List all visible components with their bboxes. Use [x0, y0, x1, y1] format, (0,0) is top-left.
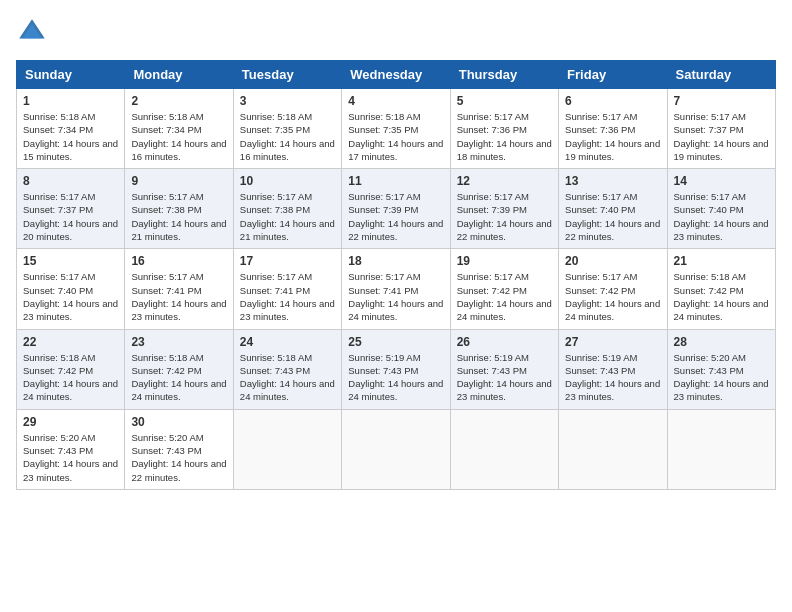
day-number: 23 [131, 335, 226, 349]
calendar-day-cell: 10 Sunrise: 5:17 AMSunset: 7:38 PMDaylig… [233, 169, 341, 249]
calendar-day-cell: 24 Sunrise: 5:18 AMSunset: 7:43 PMDaylig… [233, 329, 341, 409]
day-info: Sunrise: 5:17 AMSunset: 7:40 PMDaylight:… [674, 190, 769, 243]
day-info: Sunrise: 5:18 AMSunset: 7:42 PMDaylight:… [131, 351, 226, 404]
day-info: Sunrise: 5:18 AMSunset: 7:35 PMDaylight:… [240, 110, 335, 163]
calendar-day-cell [450, 409, 558, 489]
day-number: 16 [131, 254, 226, 268]
day-info: Sunrise: 5:19 AMSunset: 7:43 PMDaylight:… [348, 351, 443, 404]
day-info: Sunrise: 5:17 AMSunset: 7:40 PMDaylight:… [23, 270, 118, 323]
day-info: Sunrise: 5:17 AMSunset: 7:36 PMDaylight:… [457, 110, 552, 163]
day-number: 1 [23, 94, 118, 108]
calendar-day-cell: 17 Sunrise: 5:17 AMSunset: 7:41 PMDaylig… [233, 249, 341, 329]
day-number: 9 [131, 174, 226, 188]
day-number: 29 [23, 415, 118, 429]
day-info: Sunrise: 5:19 AMSunset: 7:43 PMDaylight:… [565, 351, 660, 404]
day-info: Sunrise: 5:17 AMSunset: 7:38 PMDaylight:… [131, 190, 226, 243]
day-number: 8 [23, 174, 118, 188]
page-header [16, 16, 776, 48]
day-number: 2 [131, 94, 226, 108]
day-number: 17 [240, 254, 335, 268]
calendar-day-cell: 21 Sunrise: 5:18 AMSunset: 7:42 PMDaylig… [667, 249, 775, 329]
calendar-day-cell: 4 Sunrise: 5:18 AMSunset: 7:35 PMDayligh… [342, 89, 450, 169]
calendar-day-cell: 11 Sunrise: 5:17 AMSunset: 7:39 PMDaylig… [342, 169, 450, 249]
day-info: Sunrise: 5:18 AMSunset: 7:42 PMDaylight:… [674, 270, 769, 323]
day-number: 12 [457, 174, 552, 188]
day-number: 5 [457, 94, 552, 108]
calendar-day-cell: 8 Sunrise: 5:17 AMSunset: 7:37 PMDayligh… [17, 169, 125, 249]
day-info: Sunrise: 5:17 AMSunset: 7:39 PMDaylight:… [348, 190, 443, 243]
day-number: 27 [565, 335, 660, 349]
day-number: 4 [348, 94, 443, 108]
calendar-day-cell: 7 Sunrise: 5:17 AMSunset: 7:37 PMDayligh… [667, 89, 775, 169]
day-info: Sunrise: 5:17 AMSunset: 7:39 PMDaylight:… [457, 190, 552, 243]
calendar-day-header: Friday [559, 61, 667, 89]
calendar-day-cell [342, 409, 450, 489]
day-number: 28 [674, 335, 769, 349]
day-number: 7 [674, 94, 769, 108]
day-info: Sunrise: 5:17 AMSunset: 7:41 PMDaylight:… [348, 270, 443, 323]
day-info: Sunrise: 5:17 AMSunset: 7:40 PMDaylight:… [565, 190, 660, 243]
day-info: Sunrise: 5:19 AMSunset: 7:43 PMDaylight:… [457, 351, 552, 404]
day-number: 18 [348, 254, 443, 268]
day-info: Sunrise: 5:17 AMSunset: 7:38 PMDaylight:… [240, 190, 335, 243]
day-number: 15 [23, 254, 118, 268]
day-info: Sunrise: 5:17 AMSunset: 7:37 PMDaylight:… [674, 110, 769, 163]
day-number: 26 [457, 335, 552, 349]
day-info: Sunrise: 5:18 AMSunset: 7:34 PMDaylight:… [23, 110, 118, 163]
calendar-day-cell: 28 Sunrise: 5:20 AMSunset: 7:43 PMDaylig… [667, 329, 775, 409]
calendar-day-cell: 2 Sunrise: 5:18 AMSunset: 7:34 PMDayligh… [125, 89, 233, 169]
calendar-day-header: Thursday [450, 61, 558, 89]
calendar-day-cell: 23 Sunrise: 5:18 AMSunset: 7:42 PMDaylig… [125, 329, 233, 409]
day-number: 22 [23, 335, 118, 349]
calendar-day-cell: 26 Sunrise: 5:19 AMSunset: 7:43 PMDaylig… [450, 329, 558, 409]
day-number: 10 [240, 174, 335, 188]
calendar-day-cell [559, 409, 667, 489]
calendar-day-cell: 12 Sunrise: 5:17 AMSunset: 7:39 PMDaylig… [450, 169, 558, 249]
day-info: Sunrise: 5:20 AMSunset: 7:43 PMDaylight:… [674, 351, 769, 404]
day-number: 24 [240, 335, 335, 349]
calendar-week-row: 29 Sunrise: 5:20 AMSunset: 7:43 PMDaylig… [17, 409, 776, 489]
day-info: Sunrise: 5:18 AMSunset: 7:43 PMDaylight:… [240, 351, 335, 404]
logo-icon [16, 16, 48, 48]
day-number: 25 [348, 335, 443, 349]
calendar-day-header: Tuesday [233, 61, 341, 89]
calendar-day-cell: 15 Sunrise: 5:17 AMSunset: 7:40 PMDaylig… [17, 249, 125, 329]
calendar-day-cell: 9 Sunrise: 5:17 AMSunset: 7:38 PMDayligh… [125, 169, 233, 249]
calendar-day-cell [233, 409, 341, 489]
calendar-day-cell: 27 Sunrise: 5:19 AMSunset: 7:43 PMDaylig… [559, 329, 667, 409]
day-info: Sunrise: 5:17 AMSunset: 7:42 PMDaylight:… [457, 270, 552, 323]
calendar-day-cell: 3 Sunrise: 5:18 AMSunset: 7:35 PMDayligh… [233, 89, 341, 169]
day-number: 20 [565, 254, 660, 268]
day-info: Sunrise: 5:18 AMSunset: 7:35 PMDaylight:… [348, 110, 443, 163]
day-info: Sunrise: 5:18 AMSunset: 7:42 PMDaylight:… [23, 351, 118, 404]
calendar-day-cell: 13 Sunrise: 5:17 AMSunset: 7:40 PMDaylig… [559, 169, 667, 249]
day-number: 30 [131, 415, 226, 429]
day-info: Sunrise: 5:17 AMSunset: 7:36 PMDaylight:… [565, 110, 660, 163]
day-info: Sunrise: 5:17 AMSunset: 7:37 PMDaylight:… [23, 190, 118, 243]
day-info: Sunrise: 5:17 AMSunset: 7:41 PMDaylight:… [240, 270, 335, 323]
calendar-day-cell: 14 Sunrise: 5:17 AMSunset: 7:40 PMDaylig… [667, 169, 775, 249]
calendar-day-header: Monday [125, 61, 233, 89]
day-info: Sunrise: 5:20 AMSunset: 7:43 PMDaylight:… [23, 431, 118, 484]
calendar-day-header: Sunday [17, 61, 125, 89]
calendar-day-cell: 5 Sunrise: 5:17 AMSunset: 7:36 PMDayligh… [450, 89, 558, 169]
calendar-day-cell: 20 Sunrise: 5:17 AMSunset: 7:42 PMDaylig… [559, 249, 667, 329]
day-number: 14 [674, 174, 769, 188]
calendar-day-cell: 18 Sunrise: 5:17 AMSunset: 7:41 PMDaylig… [342, 249, 450, 329]
calendar-day-cell: 1 Sunrise: 5:18 AMSunset: 7:34 PMDayligh… [17, 89, 125, 169]
calendar-week-row: 1 Sunrise: 5:18 AMSunset: 7:34 PMDayligh… [17, 89, 776, 169]
calendar-header-row: SundayMondayTuesdayWednesdayThursdayFrid… [17, 61, 776, 89]
day-number: 19 [457, 254, 552, 268]
day-number: 13 [565, 174, 660, 188]
calendar-day-cell [667, 409, 775, 489]
day-number: 21 [674, 254, 769, 268]
calendar-day-header: Wednesday [342, 61, 450, 89]
day-number: 3 [240, 94, 335, 108]
calendar-table: SundayMondayTuesdayWednesdayThursdayFrid… [16, 60, 776, 490]
calendar-day-cell: 16 Sunrise: 5:17 AMSunset: 7:41 PMDaylig… [125, 249, 233, 329]
calendar-day-cell: 6 Sunrise: 5:17 AMSunset: 7:36 PMDayligh… [559, 89, 667, 169]
calendar-day-cell: 19 Sunrise: 5:17 AMSunset: 7:42 PMDaylig… [450, 249, 558, 329]
calendar-week-row: 15 Sunrise: 5:17 AMSunset: 7:40 PMDaylig… [17, 249, 776, 329]
calendar-week-row: 8 Sunrise: 5:17 AMSunset: 7:37 PMDayligh… [17, 169, 776, 249]
day-info: Sunrise: 5:20 AMSunset: 7:43 PMDaylight:… [131, 431, 226, 484]
